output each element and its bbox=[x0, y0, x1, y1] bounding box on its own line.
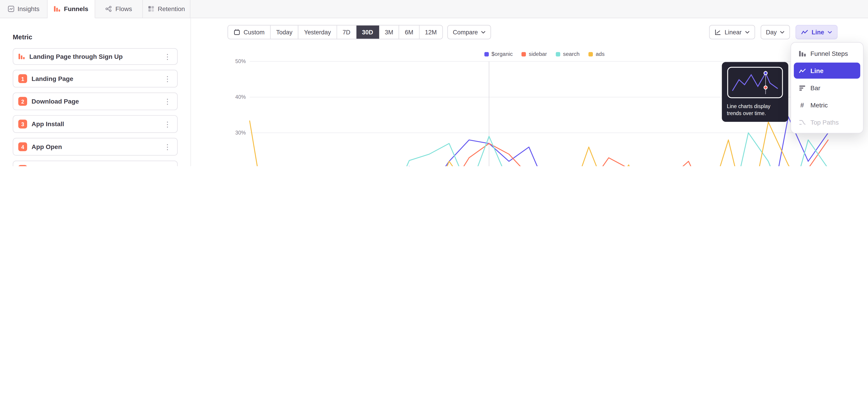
kebab-menu-icon[interactable]: ⋮ bbox=[163, 121, 172, 128]
kebab-menu-icon[interactable]: ⋮ bbox=[163, 75, 172, 82]
chevron-down-icon bbox=[780, 31, 784, 33]
funnel-step-1[interactable]: 1 Landing Page ⋮ bbox=[13, 70, 178, 88]
metric-heading: Metric bbox=[13, 33, 178, 41]
chevron-down-icon bbox=[481, 31, 486, 33]
legend-label: ads bbox=[596, 51, 604, 57]
funnel-step-3[interactable]: 3 App Install ⋮ bbox=[13, 115, 178, 133]
step-number-badge: 4 bbox=[18, 142, 27, 151]
range-label: 6M bbox=[405, 29, 413, 35]
line-chart-icon bbox=[801, 29, 808, 35]
top-tab-bar: Insights Funnels Flows Retention bbox=[0, 0, 868, 18]
tab-retention[interactable]: Retention bbox=[143, 0, 191, 18]
funnel-icon bbox=[18, 53, 25, 60]
range-7d-button[interactable]: 7D bbox=[337, 26, 356, 39]
menu-item-label: Funnel Steps bbox=[810, 50, 848, 57]
range-label: Today bbox=[276, 29, 292, 35]
scale-dropdown[interactable]: Linear bbox=[709, 25, 755, 39]
legend-swatch bbox=[588, 52, 593, 56]
legend-swatch bbox=[484, 52, 489, 56]
insights-icon bbox=[7, 5, 14, 12]
menu-item-funnel-steps[interactable]: Funnel Steps bbox=[794, 45, 860, 62]
menu-item-bar[interactable]: Bar bbox=[794, 80, 860, 96]
range-custom-button[interactable]: Custom bbox=[228, 26, 271, 39]
range-30d-button[interactable]: 30D bbox=[356, 26, 379, 39]
tooltip-text: Line charts display trends over time. bbox=[727, 102, 783, 117]
range-label: Custom bbox=[244, 29, 265, 35]
chart-type-dropdown[interactable]: Line bbox=[796, 25, 837, 39]
chart-controls: Linear Day Line bbox=[709, 25, 837, 39]
compare-dropdown[interactable]: Compare bbox=[447, 25, 491, 39]
kebab-menu-icon[interactable]: ⋮ bbox=[163, 143, 172, 150]
svg-text:50%: 50% bbox=[235, 58, 246, 64]
legend-label: search bbox=[563, 51, 580, 57]
tab-funnels[interactable]: Funnels bbox=[48, 0, 95, 18]
menu-item-label: Line bbox=[810, 67, 824, 74]
compare-label: Compare bbox=[453, 29, 478, 35]
chart-legend: $organicsidebarsearchads bbox=[228, 51, 862, 57]
legend-swatch bbox=[556, 52, 560, 56]
menu-item-top-paths[interactable]: Top Paths bbox=[794, 114, 860, 130]
tab-label: Flows bbox=[116, 5, 132, 12]
granularity-label: Day bbox=[766, 29, 777, 35]
tab-label: Retention bbox=[158, 5, 185, 12]
tab-insights[interactable]: Insights bbox=[0, 0, 48, 18]
legend-label: sidebar bbox=[529, 51, 547, 57]
legend-label: $organic bbox=[491, 51, 513, 57]
svg-text:40%: 40% bbox=[235, 94, 246, 100]
range-yesterday-button[interactable]: Yesterday bbox=[299, 26, 337, 39]
chart-type-tooltip: Line charts display trends over time. bbox=[722, 62, 788, 121]
legend-item[interactable]: $organic bbox=[484, 51, 513, 57]
metric-icon: # bbox=[798, 101, 806, 109]
kebab-menu-icon[interactable]: ⋮ bbox=[163, 166, 172, 166]
line-chart-icon bbox=[798, 68, 806, 73]
menu-item-line[interactable]: Line bbox=[794, 63, 860, 79]
range-12m-button[interactable]: 12M bbox=[419, 26, 442, 39]
topbar-spacer bbox=[190, 0, 868, 18]
step-number-badge: 3 bbox=[18, 120, 27, 128]
funnel-step-4[interactable]: 4 App Open ⋮ bbox=[13, 138, 178, 156]
scale-label: Linear bbox=[725, 29, 742, 35]
range-3m-button[interactable]: 3M bbox=[379, 26, 399, 39]
funnel-title: Landing Page through Sign Up bbox=[29, 53, 123, 60]
kebab-menu-icon[interactable]: ⋮ bbox=[163, 98, 172, 105]
tab-label: Funnels bbox=[64, 5, 88, 12]
kebab-menu-icon[interactable]: ⋮ bbox=[163, 53, 172, 60]
funnel-step-2[interactable]: 2 Download Page ⋮ bbox=[13, 92, 178, 110]
retention-icon bbox=[148, 5, 154, 12]
chevron-down-icon bbox=[745, 31, 749, 33]
legend-item[interactable]: sidebar bbox=[522, 51, 547, 57]
app-root: Insights Funnels Flows Retention Metric bbox=[0, 0, 868, 166]
legend-swatch bbox=[522, 52, 526, 56]
step-number-badge: 2 bbox=[18, 97, 27, 106]
chart-type-label: Line bbox=[812, 29, 824, 35]
range-label: Yesterday bbox=[304, 29, 331, 35]
bar-chart-icon bbox=[798, 84, 806, 91]
tab-flows[interactable]: Flows bbox=[95, 0, 143, 18]
top-paths-icon bbox=[798, 119, 806, 125]
range-label: 30D bbox=[362, 29, 373, 35]
svg-text:30%: 30% bbox=[235, 130, 246, 136]
step-label: Landing Page bbox=[32, 75, 73, 82]
range-label: 3M bbox=[385, 29, 393, 35]
range-today-button[interactable]: Today bbox=[271, 26, 298, 39]
chevron-down-icon bbox=[828, 31, 832, 33]
range-label: 12M bbox=[425, 29, 437, 35]
line-preview-thumbnail bbox=[727, 66, 783, 99]
date-range-controls: Custom Today Yesterday 7D 30D 3M 6M 12M … bbox=[228, 25, 491, 39]
legend-item[interactable]: ads bbox=[588, 51, 604, 57]
funnel-step-5[interactable]: 5 Sign Up ⋮ bbox=[13, 160, 178, 166]
menu-item-label: Metric bbox=[810, 101, 828, 108]
range-6m-button[interactable]: 6M bbox=[399, 26, 420, 39]
step-label: App Open bbox=[32, 143, 62, 150]
granularity-dropdown[interactable]: Day bbox=[761, 25, 790, 39]
sidebar: Metric Landing Page through Sign Up ⋮ 1 … bbox=[0, 18, 191, 166]
legend-item[interactable]: search bbox=[556, 51, 580, 57]
svg-text:20%: 20% bbox=[235, 165, 246, 166]
step-number-badge: 1 bbox=[18, 74, 27, 83]
menu-item-metric[interactable]: # Metric bbox=[794, 97, 860, 113]
chart-type-menu: Funnel Steps Line Bar # Metric Top Paths bbox=[790, 42, 864, 133]
step-number-badge: 5 bbox=[18, 165, 27, 166]
funnel-title-card[interactable]: Landing Page through Sign Up ⋮ bbox=[13, 48, 178, 65]
range-label: 7D bbox=[342, 29, 350, 35]
menu-item-label: Bar bbox=[810, 84, 820, 91]
